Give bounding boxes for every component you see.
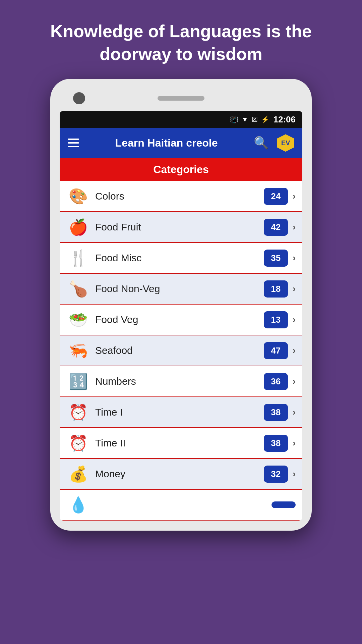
category-name: Food Misc	[90, 252, 264, 264]
category-count: 13	[264, 311, 288, 328]
wifi-icon: ▼	[242, 116, 248, 123]
chevron-right-icon: ›	[293, 345, 296, 356]
hamburger-menu-button[interactable]	[68, 139, 79, 147]
category-count: 47	[264, 342, 288, 359]
status-icons: 📳 ▼ ☒ ⚡	[230, 115, 269, 123]
category-emoji: 🥗	[66, 311, 90, 329]
phone-wrapper: 📳 ▼ ☒ ⚡ 12:06 Learn Haitian creole 🔍 EV …	[50, 79, 312, 531]
category-name: Food Veg	[90, 314, 264, 325]
category-item[interactable]: 🦐 Seafood 47 ›	[60, 335, 302, 366]
category-count: 32	[264, 466, 288, 483]
category-name: Time II	[90, 437, 264, 449]
category-count: 38	[264, 404, 288, 421]
search-icon[interactable]: 🔍	[254, 136, 269, 150]
phone-camera	[73, 92, 85, 104]
category-emoji: 🍴	[66, 249, 90, 267]
category-item[interactable]: 💰 Money 32 ›	[60, 459, 302, 490]
category-name: Numbers	[90, 376, 264, 387]
app-bar: Learn Haitian creole 🔍 EV	[60, 128, 302, 158]
category-count: 18	[264, 280, 288, 298]
chevron-right-icon: ›	[293, 438, 296, 448]
category-item[interactable]: 🔢 Numbers 36 ›	[60, 366, 302, 397]
category-emoji: ⏰	[66, 434, 90, 452]
categories-bar: Categories	[60, 158, 302, 181]
chevron-right-icon: ›	[293, 469, 296, 479]
category-item[interactable]: ⏰ Time I 38 ›	[60, 397, 302, 428]
category-item-partial[interactable]: 💧	[60, 490, 302, 521]
category-name: Colors	[90, 191, 264, 202]
category-emoji: 🍎	[66, 218, 90, 236]
chevron-right-icon: ›	[293, 222, 296, 232]
category-emoji: 🎨	[66, 187, 90, 205]
category-name: Time I	[90, 407, 264, 418]
category-name: Seafood	[90, 345, 264, 356]
category-count: 42	[264, 219, 288, 236]
category-count: 36	[264, 373, 288, 390]
category-name: Food Non-Veg	[90, 283, 264, 294]
app-title: Learn Haitian creole	[87, 137, 246, 149]
category-count: 35	[264, 250, 288, 267]
phone-speaker	[158, 96, 204, 101]
category-name: Food Fruit	[90, 221, 264, 233]
category-emoji: 🍗	[66, 280, 90, 298]
category-item[interactable]: 🥗 Food Veg 13 ›	[60, 305, 302, 335]
category-emoji: 💰	[66, 465, 90, 483]
category-item[interactable]: ⏰ Time II 38 ›	[60, 428, 302, 459]
header-tagline-text: Knowledge of Languages is the doorway to…	[0, 0, 362, 79]
chevron-right-icon: ›	[293, 253, 296, 263]
category-count: 24	[264, 188, 288, 205]
category-name: Money	[90, 468, 264, 480]
vibrate-icon: 📳	[230, 115, 238, 123]
battery-icon: ⚡	[261, 115, 269, 123]
category-list: 🎨 Colors 24 › 🍎 Food Fruit 42 › 🍴 Food M…	[60, 181, 302, 521]
category-count	[272, 501, 296, 508]
category-emoji: 💧	[66, 496, 90, 514]
chevron-right-icon: ›	[293, 283, 296, 294]
logo-badge: EV	[277, 134, 294, 152]
category-count: 38	[264, 435, 288, 452]
category-item[interactable]: 🍎 Food Fruit 42 ›	[60, 212, 302, 243]
category-item[interactable]: 🍗 Food Non-Veg 18 ›	[60, 274, 302, 305]
chevron-right-icon: ›	[293, 407, 296, 418]
signal-icon: ☒	[252, 115, 258, 123]
status-bar: 📳 ▼ ☒ ⚡ 12:06	[60, 111, 302, 128]
phone-screen: 📳 ▼ ☒ ⚡ 12:06 Learn Haitian creole 🔍 EV …	[60, 111, 302, 521]
category-emoji: ⏰	[66, 403, 90, 421]
category-emoji: 🦐	[66, 341, 90, 360]
category-item[interactable]: 🍴 Food Misc 35 ›	[60, 243, 302, 274]
chevron-right-icon: ›	[293, 376, 296, 387]
phone-notch-area	[60, 89, 302, 111]
category-emoji: 🔢	[66, 372, 90, 390]
chevron-right-icon: ›	[293, 314, 296, 325]
chevron-right-icon: ›	[293, 191, 296, 202]
status-time: 12:06	[274, 114, 296, 125]
category-item[interactable]: 🎨 Colors 24 ›	[60, 181, 302, 212]
